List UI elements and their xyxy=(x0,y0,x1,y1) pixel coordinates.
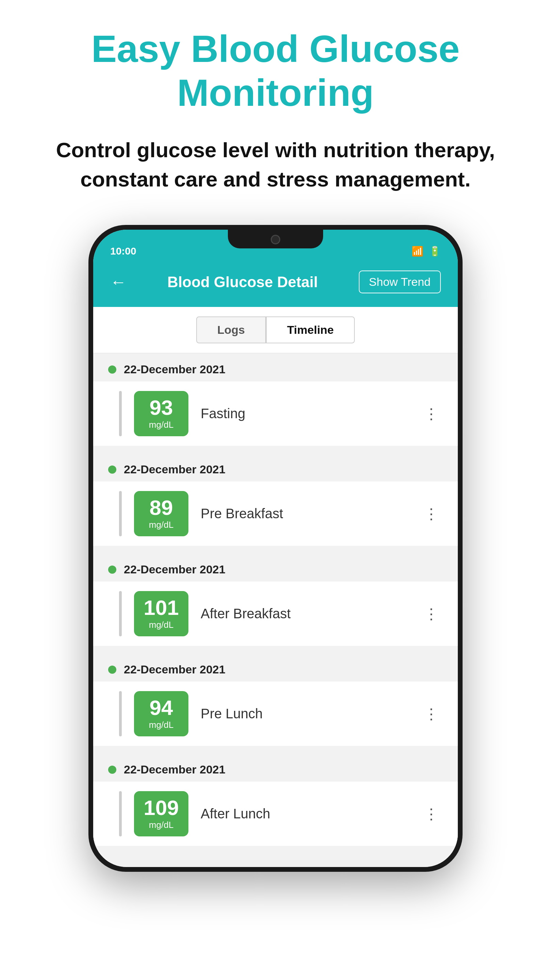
log-date-row: 22-December 2021 xyxy=(93,453,458,482)
page-subtitle: Control glucose level with nutrition the… xyxy=(37,135,514,195)
date-dot xyxy=(108,566,116,574)
log-group: 22-December 2021 93 mg/dL Fasting ⋮ xyxy=(93,353,458,453)
log-date-row: 22-December 2021 xyxy=(93,553,458,582)
header-title: Blood Glucose Detail xyxy=(167,274,318,291)
glucose-value: 101 xyxy=(143,597,179,618)
log-group: 22-December 2021 109 mg/dL After Lunch ⋮ xyxy=(93,753,458,853)
date-dot xyxy=(108,765,116,774)
glucose-unit: mg/dL xyxy=(149,520,173,530)
phone-inner: 10:00 📶 🔋 ← Blood Glucose Detail Show Tr… xyxy=(93,230,458,867)
log-date-row: 22-December 2021 xyxy=(93,653,458,682)
log-entry-card: 93 mg/dL Fasting ⋮ xyxy=(93,382,458,446)
glucose-value: 94 xyxy=(150,697,173,718)
phone-shell: 10:00 📶 🔋 ← Blood Glucose Detail Show Tr… xyxy=(89,225,462,872)
glucose-unit: mg/dL xyxy=(149,620,173,630)
log-entry-card: 109 mg/dL After Lunch ⋮ xyxy=(93,782,458,846)
group-separator xyxy=(93,747,458,753)
log-left-bar xyxy=(119,791,122,837)
glucose-unit: mg/dL xyxy=(149,720,173,730)
date-dot xyxy=(108,366,116,374)
group-separator xyxy=(93,547,458,553)
glucose-value: 93 xyxy=(150,397,173,418)
log-left-bar xyxy=(119,391,122,436)
more-options-button[interactable]: ⋮ xyxy=(421,405,443,422)
log-group: 22-December 2021 101 mg/dL After Breakfa… xyxy=(93,553,458,653)
phone-notch xyxy=(228,230,323,248)
tabs-container: Logs Timeline xyxy=(93,307,458,353)
glucose-badge: 93 mg/dL xyxy=(134,391,189,436)
meal-label: Pre Breakfast xyxy=(201,506,408,521)
group-separator xyxy=(93,447,458,453)
content-area: 22-December 2021 93 mg/dL Fasting ⋮ 22-D… xyxy=(93,353,458,867)
log-left-bar xyxy=(119,491,122,536)
log-date-row: 22-December 2021 xyxy=(93,353,458,382)
group-separator xyxy=(93,647,458,653)
signal-icon: 📶 xyxy=(411,246,424,257)
date-dot xyxy=(108,466,116,474)
log-group: 22-December 2021 94 mg/dL Pre Lunch ⋮ xyxy=(93,653,458,753)
tab-logs[interactable]: Logs xyxy=(196,317,266,343)
page-title: Easy Blood Glucose Monitoring xyxy=(92,27,460,115)
group-separator xyxy=(93,847,458,853)
status-time: 10:00 xyxy=(110,245,137,257)
glucose-unit: mg/dL xyxy=(149,820,173,830)
show-trend-button[interactable]: Show Trend xyxy=(359,270,441,293)
log-left-bar xyxy=(119,591,122,636)
app-header: ← Blood Glucose Detail Show Trend xyxy=(93,260,458,307)
log-date-text: 22-December 2021 xyxy=(124,763,225,776)
date-dot xyxy=(108,666,116,674)
log-entry-card: 89 mg/dL Pre Breakfast ⋮ xyxy=(93,482,458,546)
glucose-badge: 109 mg/dL xyxy=(134,791,189,837)
back-button[interactable]: ← xyxy=(110,272,127,291)
wifi-icon: 🔋 xyxy=(429,246,441,257)
meal-label: After Breakfast xyxy=(201,606,408,621)
log-date-text: 22-December 2021 xyxy=(124,563,225,576)
glucose-badge: 89 mg/dL xyxy=(134,491,189,536)
log-entry-card: 101 mg/dL After Breakfast ⋮ xyxy=(93,582,458,646)
glucose-badge: 94 mg/dL xyxy=(134,691,189,737)
meal-label: Pre Lunch xyxy=(201,706,408,721)
glucose-badge: 101 mg/dL xyxy=(134,591,189,636)
camera-dot xyxy=(271,235,280,244)
log-left-bar xyxy=(119,691,122,737)
more-options-button[interactable]: ⋮ xyxy=(421,705,443,722)
more-options-button[interactable]: ⋮ xyxy=(421,505,443,522)
log-group: 22-December 2021 89 mg/dL Pre Breakfast … xyxy=(93,453,458,553)
log-entry-card: 94 mg/dL Pre Lunch ⋮ xyxy=(93,682,458,746)
glucose-value: 109 xyxy=(143,797,179,818)
glucose-value: 89 xyxy=(150,497,173,518)
log-date-text: 22-December 2021 xyxy=(124,463,225,476)
more-options-button[interactable]: ⋮ xyxy=(421,605,443,622)
meal-label: Fasting xyxy=(201,406,408,421)
glucose-unit: mg/dL xyxy=(149,420,173,430)
log-date-text: 22-December 2021 xyxy=(124,663,225,676)
status-bar: 10:00 📶 🔋 xyxy=(93,230,458,260)
status-icons: 📶 🔋 xyxy=(411,246,441,257)
log-date-text: 22-December 2021 xyxy=(124,363,225,376)
tab-timeline[interactable]: Timeline xyxy=(266,317,355,343)
meal-label: After Lunch xyxy=(201,806,408,821)
log-date-row: 22-December 2021 xyxy=(93,753,458,782)
more-options-button[interactable]: ⋮ xyxy=(421,805,443,822)
